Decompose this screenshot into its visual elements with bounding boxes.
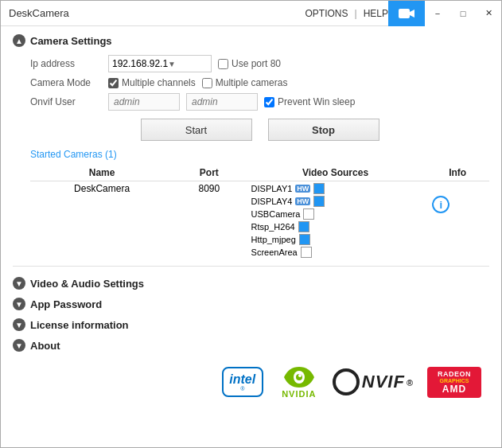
ip-address-value: 192.168.92.1 (112, 58, 168, 69)
amd-text: AMD (442, 384, 466, 395)
use-port-80-label[interactable]: Use port 80 (218, 58, 281, 69)
hw-badge-display4: HW (295, 197, 310, 205)
onvif-user-label: Onvif User (30, 96, 102, 107)
source-display1: DISPLAY1 HW (251, 183, 325, 194)
svg-rect-0 (399, 9, 410, 18)
info-icon[interactable]: i (432, 196, 449, 213)
source-display4: DISPLAY4 HW (251, 196, 325, 207)
col-name: Name (30, 165, 173, 181)
source-rtsp-label: Rtsp_H264 (251, 222, 295, 232)
intel-logo: intel ® (219, 366, 267, 398)
license-section[interactable]: ▼ License information (13, 314, 489, 335)
amd-graphics-text: GRAPHICS (440, 378, 469, 384)
multiple-cameras-checkbox[interactable] (202, 78, 212, 88)
bottom-sections: ▼ Video & Audio Settings ▼ App Password … (13, 273, 489, 356)
main-window: DeskCamera OPTIONS | HELP − □ ✕ ▲ Camera… (0, 0, 502, 448)
onvif-text: NVIF (362, 372, 405, 392)
camera-settings-header: ▲ Camera Settings (13, 34, 489, 47)
source-screenarea-label: ScreenArea (251, 247, 298, 257)
password-input[interactable] (186, 93, 258, 111)
ip-address-label: Ip address (30, 58, 102, 69)
source-display4-checkbox[interactable] (313, 196, 325, 207)
amd-logo: RADEON GRAPHICS AMD (427, 367, 481, 398)
title-bar: DeskCamera OPTIONS | HELP − □ ✕ (1, 1, 501, 26)
camera-port: 8090 (173, 181, 244, 260)
source-rtsp: Rtsp_H264 (251, 221, 309, 232)
about-section[interactable]: ▼ About (13, 335, 489, 356)
source-http-mjpeg: Http_mjpeg (251, 234, 310, 245)
source-display4-label: DISPLAY4 (251, 197, 293, 206)
source-usbcamera: USBCamera (251, 208, 315, 220)
multiple-cameras-label[interactable]: Multiple cameras (202, 77, 288, 88)
nvidia-logo: NVIDIA (281, 365, 317, 399)
onvif-user-row: Prevent Win sleep (108, 93, 489, 111)
menu-separator: | (355, 8, 357, 19)
video-audio-settings-section[interactable]: ▼ Video & Audio Settings (13, 273, 489, 294)
svg-point-4 (298, 374, 302, 377)
table-row: DeskCamera 8090 DISPLAY1 HW DISPLAY4 HW (30, 181, 489, 260)
camera-mode-row: Multiple channels Multiple cameras (108, 77, 489, 88)
close-button[interactable]: ✕ (476, 1, 501, 26)
multiple-channels-label[interactable]: Multiple channels (108, 77, 196, 88)
about-label: About (30, 340, 60, 352)
menu-options[interactable]: OPTIONS (305, 8, 348, 19)
onvif-registered: ® (407, 378, 413, 388)
divider-1 (13, 266, 489, 267)
source-display1-label: DISPLAY1 (251, 184, 293, 193)
intel-sub: ® (240, 386, 244, 392)
onvif-icon (332, 368, 360, 396)
col-port: Port (173, 165, 244, 181)
source-display1-checkbox[interactable] (313, 183, 325, 194)
video-sources-list: DISPLAY1 HW DISPLAY4 HW USBCamera (251, 183, 420, 258)
onvif-logo: NVIF ® (332, 368, 413, 396)
col-info: Info (426, 165, 489, 181)
main-content: ▲ Camera Settings Ip address 192.168.92.… (1, 26, 501, 447)
nvidia-text: NVIDIA (282, 389, 316, 399)
camera-settings-form: Ip address 192.168.92.1 ▼ Use port 80 Ca… (30, 55, 489, 111)
intel-circle: intel ® (222, 367, 263, 397)
prevent-win-sleep-label[interactable]: Prevent Win sleep (264, 96, 355, 107)
camera-video-sources: DISPLAY1 HW DISPLAY4 HW USBCamera (245, 181, 426, 260)
camera-info: i (426, 181, 489, 260)
camera-icon (398, 6, 415, 21)
start-button[interactable]: Start (141, 119, 252, 141)
video-audio-label: Video & Audio Settings (30, 278, 144, 290)
menu-bar: OPTIONS | HELP (305, 8, 389, 19)
minimize-button[interactable]: − (425, 1, 450, 26)
camera-settings-title: Camera Settings (30, 35, 112, 47)
col-video-sources: Video Sources (245, 165, 426, 181)
app-password-label: App Password (30, 298, 102, 310)
stop-button[interactable]: Stop (268, 119, 379, 141)
window-controls: − □ ✕ (425, 1, 501, 26)
ip-address-row: 192.168.92.1 ▼ Use port 80 (108, 55, 489, 72)
intel-text: intel (229, 373, 255, 386)
app-icon (388, 1, 425, 26)
restore-button[interactable]: □ (450, 1, 476, 26)
camera-settings-collapse[interactable]: ▲ (13, 34, 25, 47)
use-port-80-checkbox[interactable] (218, 59, 228, 69)
app-password-section[interactable]: ▼ App Password (13, 294, 489, 314)
title-bar-left: DeskCamera (1, 7, 305, 19)
camera-name: DeskCamera (30, 181, 173, 260)
source-usbcamera-checkbox[interactable] (303, 208, 314, 220)
multiple-channels-checkbox[interactable] (108, 78, 119, 88)
ip-dropdown-arrow: ▼ (168, 60, 208, 68)
source-usbcamera-label: USBCamera (251, 209, 301, 219)
license-label: License information (30, 319, 129, 331)
ip-address-select[interactable]: 192.168.92.1 ▼ (108, 55, 212, 72)
video-audio-collapse[interactable]: ▼ (13, 277, 25, 290)
username-input[interactable] (108, 93, 180, 111)
app-password-collapse[interactable]: ▼ (13, 298, 25, 310)
prevent-win-sleep-checkbox[interactable] (264, 97, 274, 107)
source-screenarea-checkbox[interactable] (301, 247, 312, 258)
logos-row: intel ® NVIDIA NVIF (13, 365, 489, 399)
license-collapse[interactable]: ▼ (13, 318, 25, 331)
menu-help[interactable]: HELP (364, 8, 388, 19)
about-collapse[interactable]: ▼ (13, 339, 25, 352)
amd-radeon-text: RADEON (438, 370, 471, 378)
source-http-mjpeg-checkbox[interactable] (299, 234, 310, 245)
camera-mode-label: Camera Mode (30, 77, 102, 88)
source-http-mjpeg-label: Http_mjpeg (251, 235, 296, 244)
action-buttons: Start Stop (30, 119, 489, 141)
source-rtsp-checkbox[interactable] (298, 221, 309, 232)
